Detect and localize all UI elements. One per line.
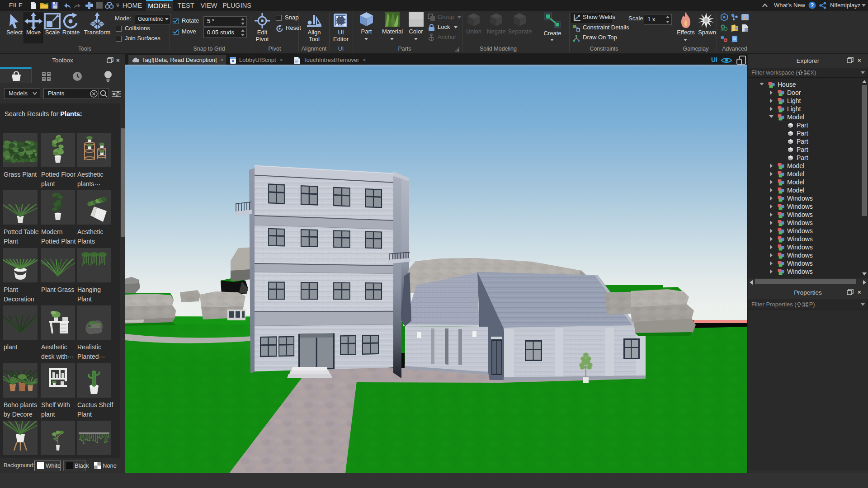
svg-text:?: ? [811, 2, 814, 9]
